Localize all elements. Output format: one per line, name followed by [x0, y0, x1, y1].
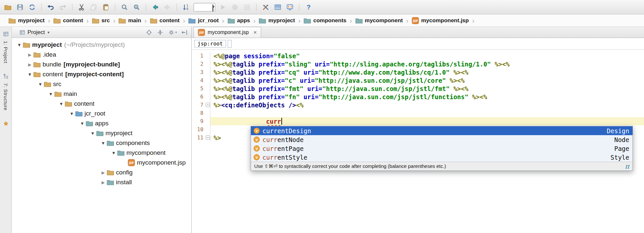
path-item-label: mycomponent: [365, 17, 403, 24]
path-item-components[interactable]: components: [304, 17, 346, 24]
favorites-icon[interactable]: [3, 120, 9, 128]
save-button[interactable]: [15, 3, 25, 12]
path-item-main[interactable]: main: [119, 17, 141, 24]
sync-button[interactable]: [28, 3, 37, 12]
expand-arrow-icon[interactable]: ▶: [26, 62, 33, 67]
tools-button[interactable]: [261, 3, 270, 12]
locate-icon[interactable]: [145, 29, 153, 36]
export-button[interactable]: [285, 3, 294, 12]
collapse-arrow-icon[interactable]: ▼: [26, 72, 33, 77]
line-number: 1: [192, 53, 205, 59]
tree-item-mycomponent.jsp[interactable]: JSPmycomponent.jsp: [12, 158, 191, 168]
tree-item-content[interactable]: ▼content[myproject-content]: [12, 69, 191, 79]
code-line-1[interactable]: 1<%@page session="false": [192, 52, 644, 60]
chevron-right-icon: ›: [48, 17, 50, 25]
tree-item-mycomponent[interactable]: ▼mycomponent: [12, 148, 191, 158]
collapse-arrow-icon[interactable]: ▼: [58, 101, 65, 106]
coverage-icon: [231, 3, 239, 11]
code-line-3[interactable]: 3%><%@taglib prefix="cq" uri="http://www…: [192, 68, 644, 76]
collapse-arrow-icon[interactable]: ▼: [89, 131, 96, 136]
close-tab-icon[interactable]: ×: [253, 29, 257, 36]
sort-icon: 10: [182, 3, 190, 11]
svg-text:JSP: JSP: [412, 19, 418, 22]
path-item-mycomponent.jsp[interactable]: JSPmycomponent.jsp: [412, 17, 469, 24]
collapse-arrow-icon[interactable]: ▼: [100, 141, 107, 146]
chevron-down-icon[interactable]: ▾: [47, 30, 49, 35]
completion-item-name: currentNode: [262, 136, 304, 143]
tree-item-jcr_root[interactable]: ▼jcr_root: [12, 109, 191, 118]
tree-item-src[interactable]: ▼src: [12, 79, 191, 89]
tree-item-myproject[interactable]: ▼myproject: [12, 128, 191, 138]
collapse-arrow-icon[interactable]: ▼: [79, 121, 86, 126]
table-icon: [274, 3, 282, 11]
run-configuration-select[interactable]: ▾: [194, 3, 215, 11]
scroll-from-source-icon[interactable]: [157, 29, 164, 36]
collapse-arrow-icon[interactable]: ▼: [37, 82, 44, 87]
expand-arrow-icon[interactable]: ▶: [100, 180, 107, 185]
tree-item-.idea[interactable]: ▶.idea: [12, 50, 191, 60]
code-line-8[interactable]: 8: [192, 109, 644, 117]
path-item-content[interactable]: content: [53, 17, 83, 24]
tree-item-install[interactable]: ▶install: [12, 177, 191, 187]
help-button[interactable]: ?: [304, 3, 313, 12]
tree-item-label: src: [53, 81, 61, 88]
find-button[interactable]: [120, 3, 129, 12]
hide-icon[interactable]: [181, 29, 188, 36]
open-button[interactable]: [3, 3, 12, 12]
completion-hint-bar: Use ⇧⌘⏎ to syntactically correct your co…: [251, 162, 633, 170]
paste-button[interactable]: [101, 3, 110, 12]
collapse-arrow-icon[interactable]: ▼: [47, 92, 54, 97]
expand-arrow-icon[interactable]: ▶: [26, 52, 33, 57]
collapse-arrow-icon[interactable]: ▼: [110, 151, 117, 155]
tree-item-content[interactable]: ▼content: [12, 99, 191, 109]
code-line-5[interactable]: 5%><%@taglib prefix="fmt" uri="http://ja…: [192, 84, 644, 93]
code-line-6[interactable]: 6%><%@taglib prefix="fn" uri="http://jav…: [192, 93, 644, 101]
path-item-mycomponent[interactable]: mycomponent: [355, 17, 403, 24]
tree-item-components[interactable]: ▼components: [12, 138, 191, 148]
table-button[interactable]: [273, 3, 282, 12]
collapse-arrow-icon[interactable]: ▼: [68, 111, 75, 116]
fold-marker-icon[interactable]: [205, 134, 210, 142]
editor-tab-mycomponent-jsp[interactable]: JSP mycomponent.jsp ×: [194, 27, 261, 38]
code-line-2[interactable]: 2%><%@taglib prefix="sling" uri="http://…: [192, 60, 644, 68]
code-text: %><%@taglib prefix="c" uri="http://java.…: [210, 76, 644, 84]
tool-window-button-label: 1: Project: [3, 41, 9, 63]
project-panel-header: Project ▾ ▾: [12, 27, 191, 38]
path-item-myproject[interactable]: myproject: [259, 17, 295, 24]
code-line-9[interactable]: 9 curr: [192, 117, 644, 125]
sort-button[interactable]: 10: [181, 3, 191, 12]
fold-marker-icon[interactable]: [205, 101, 210, 109]
tool-window-button-structure[interactable]: 7: Structure: [3, 73, 9, 111]
path-item-src[interactable]: src: [92, 17, 110, 24]
paste-icon: [102, 3, 110, 11]
jsp-file-icon: JSP: [198, 29, 205, 36]
tool-window-button-project[interactable]: 1: Project: [3, 31, 9, 63]
toolbar-separator: [299, 4, 299, 11]
project-panel-title[interactable]: Project: [28, 29, 45, 36]
path-item-jcr_root[interactable]: jcr_root: [188, 17, 218, 24]
completion-item-currentPage[interactable]: vcurrentPagePage: [251, 144, 633, 153]
completion-item-type: Style: [611, 154, 629, 161]
tree-item-main[interactable]: ▼main: [12, 89, 191, 99]
back-button[interactable]: [151, 3, 160, 12]
breadcrumb-jsp-root[interactable]: jsp:root: [194, 40, 226, 47]
completion-item-currentDesign[interactable]: vcurrentDesignDesign: [251, 126, 633, 135]
completion-item-currentNode[interactable]: vcurrentNodeNode: [251, 135, 633, 144]
svg-text:?: ?: [307, 4, 311, 11]
gear-icon[interactable]: ▾: [168, 29, 177, 36]
completion-item-currentStyle[interactable]: vcurrentStyleStyle: [251, 153, 633, 162]
expand-arrow-icon[interactable]: ▶: [100, 170, 107, 175]
tree-item-config[interactable]: ▶config: [12, 168, 191, 177]
cut-button[interactable]: [77, 3, 86, 12]
code-line-4[interactable]: 4%><%@taglib prefix="c" uri="http://java…: [192, 76, 644, 84]
collapse-arrow-icon[interactable]: ▼: [16, 43, 23, 47]
replace-button[interactable]: [132, 3, 141, 12]
path-item-myproject[interactable]: myproject: [9, 17, 45, 24]
code-line-7[interactable]: 7%><cq:defineObjects /><%: [192, 101, 644, 109]
tree-item-myproject[interactable]: ▼myproject(~/Projects/myproject): [12, 40, 191, 50]
tree-item-apps[interactable]: ▼apps: [12, 118, 191, 128]
tree-item-bundle[interactable]: ▶bundle[myproject-bundle]: [12, 60, 191, 69]
path-item-content[interactable]: content: [150, 17, 180, 24]
undo-button[interactable]: [46, 3, 55, 12]
path-item-apps[interactable]: apps: [228, 17, 250, 24]
